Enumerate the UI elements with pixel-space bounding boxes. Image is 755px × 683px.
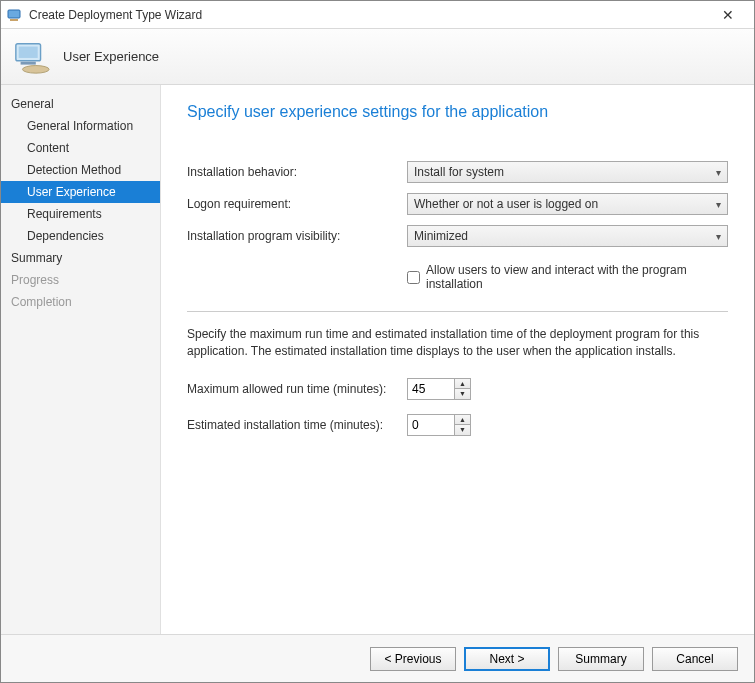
window-title: Create Deployment Type Wizard: [29, 8, 708, 22]
titlebar: Create Deployment Type Wizard ✕: [1, 1, 754, 29]
row-install-behavior: Installation behavior: Install for syste…: [187, 161, 728, 183]
sidebar-step-content[interactable]: Content: [1, 137, 160, 159]
spinner-est-time[interactable]: ▲ ▼: [407, 414, 471, 436]
sidebar-step-general-info[interactable]: General Information: [1, 115, 160, 137]
svg-rect-4: [21, 61, 36, 64]
dropdown-logon-req-value: Whether or not a user is logged on: [414, 197, 598, 211]
computer-icon: [13, 38, 51, 76]
chevron-down-icon: ▾: [716, 231, 721, 242]
label-allow-interact: Allow users to view and interact with th…: [426, 263, 728, 291]
page-name: User Experience: [63, 49, 159, 64]
arrow-down-icon[interactable]: ▼: [455, 389, 470, 399]
dropdown-install-behavior-value: Install for system: [414, 165, 504, 179]
spinner-arrows: ▲ ▼: [454, 415, 470, 435]
wizard-window: Create Deployment Type Wizard ✕ User Exp…: [0, 0, 755, 683]
sidebar-group-completion: Completion: [1, 291, 160, 313]
label-install-behavior: Installation behavior:: [187, 165, 407, 179]
chevron-down-icon: ▾: [716, 199, 721, 210]
label-visibility: Installation program visibility:: [187, 229, 407, 243]
summary-button[interactable]: Summary: [558, 647, 644, 671]
footer: < Previous Next > Summary Cancel: [1, 634, 754, 682]
previous-button[interactable]: < Previous: [370, 647, 456, 671]
sidebar-step-dependencies[interactable]: Dependencies: [1, 225, 160, 247]
description-text: Specify the maximum run time and estimat…: [187, 326, 728, 360]
sidebar: General General Information Content Dete…: [1, 85, 161, 634]
wizard-header: User Experience: [1, 29, 754, 85]
close-icon[interactable]: ✕: [708, 7, 748, 23]
label-max-runtime: Maximum allowed run time (minutes):: [187, 382, 407, 396]
svg-rect-0: [8, 10, 20, 18]
dropdown-logon-req[interactable]: Whether or not a user is logged on ▾: [407, 193, 728, 215]
wizard-body: General General Information Content Dete…: [1, 85, 754, 634]
arrow-down-icon[interactable]: ▼: [455, 425, 470, 435]
row-allow-interact: Allow users to view and interact with th…: [407, 263, 728, 291]
checkbox-allow-interact[interactable]: [407, 271, 420, 284]
svg-rect-3: [19, 46, 38, 57]
label-logon-req: Logon requirement:: [187, 197, 407, 211]
spinner-arrows: ▲ ▼: [454, 379, 470, 399]
arrow-up-icon[interactable]: ▲: [455, 379, 470, 390]
sidebar-step-detection[interactable]: Detection Method: [1, 159, 160, 181]
cancel-button[interactable]: Cancel: [652, 647, 738, 671]
main-panel: Specify user experience settings for the…: [161, 85, 754, 634]
sidebar-step-requirements[interactable]: Requirements: [1, 203, 160, 225]
dropdown-visibility[interactable]: Minimized ▾: [407, 225, 728, 247]
input-max-runtime[interactable]: [408, 379, 454, 399]
chevron-down-icon: ▾: [716, 167, 721, 178]
sidebar-group-general[interactable]: General: [1, 93, 160, 115]
svg-rect-1: [10, 19, 18, 21]
dropdown-install-behavior[interactable]: Install for system ▾: [407, 161, 728, 183]
input-est-time[interactable]: [408, 415, 454, 435]
app-icon: [7, 7, 23, 23]
next-button[interactable]: Next >: [464, 647, 550, 671]
sidebar-step-user-experience[interactable]: User Experience: [1, 181, 160, 203]
dropdown-visibility-value: Minimized: [414, 229, 468, 243]
sidebar-group-progress: Progress: [1, 269, 160, 291]
row-est-time: Estimated installation time (minutes): ▲…: [187, 414, 728, 436]
spinner-max-runtime[interactable]: ▲ ▼: [407, 378, 471, 400]
sidebar-group-summary[interactable]: Summary: [1, 247, 160, 269]
arrow-up-icon[interactable]: ▲: [455, 415, 470, 426]
label-est-time: Estimated installation time (minutes):: [187, 418, 407, 432]
divider: [187, 311, 728, 312]
page-heading: Specify user experience settings for the…: [187, 103, 728, 121]
svg-point-5: [23, 65, 50, 73]
row-max-runtime: Maximum allowed run time (minutes): ▲ ▼: [187, 378, 728, 400]
row-visibility: Installation program visibility: Minimiz…: [187, 225, 728, 247]
row-logon-req: Logon requirement: Whether or not a user…: [187, 193, 728, 215]
